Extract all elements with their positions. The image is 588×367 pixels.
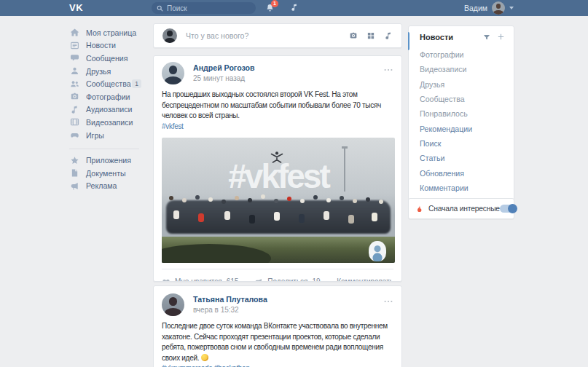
post-timestamp[interactable]: вчера в 15:32 (193, 306, 267, 314)
post-hashtags[interactable]: #vkfest (162, 122, 393, 133)
user-avatar (492, 1, 505, 15)
post-options-icon[interactable] (383, 293, 393, 307)
news-menu-item-photos[interactable]: Фотографии (409, 47, 514, 62)
news-menu-item-videos[interactable]: Видеозаписи (409, 62, 514, 76)
post-text: Последние двое суток команда ВКонтакте у… (162, 321, 393, 363)
news-filter-menu: Новости Фотографии Видеозаписи Друзья Со… (408, 25, 514, 200)
attach-photo-icon[interactable] (349, 31, 358, 40)
post-hashtags[interactable]: #vksummercode #hackathon (162, 363, 393, 367)
post-header: Татьяна Плуталова вчера в 15:32 (162, 293, 393, 316)
sidebar-item-photos[interactable]: Фотографии (69, 90, 141, 103)
feed-post-1: Андрей Рогозов 25 минут назад На прошедш… (153, 55, 402, 282)
sidebar-item-ads[interactable]: Реклама (69, 180, 141, 193)
post-author-avatar[interactable] (162, 293, 184, 316)
composer-input[interactable]: Что у вас нового? (186, 31, 349, 40)
gamepad-icon (69, 130, 79, 140)
share-count: 19 (313, 277, 321, 282)
share-icon (254, 277, 263, 283)
communities-count-badge: 1 (132, 79, 141, 88)
heart-icon (162, 277, 170, 283)
post-actions: Мне нравится 615 Поделиться 19 Комментир… (162, 269, 393, 282)
vk-app: VK 1 Вадим Моя стра (0, 0, 588, 367)
like-count: 615 (227, 277, 239, 282)
sidebar-item-audio[interactable]: Аудиозаписи (69, 103, 141, 117)
attach-video-icon[interactable] (366, 31, 375, 40)
news-icon (69, 41, 79, 50)
smart-feed-toggle[interactable] (500, 205, 517, 213)
search-box[interactable] (152, 2, 256, 14)
news-menu-item-search[interactable]: Поиск (409, 136, 514, 151)
photo-crowd-shirts (173, 210, 179, 219)
post-author-avatar[interactable] (162, 62, 184, 84)
news-menu-item-articles[interactable]: Статьи (409, 151, 514, 165)
sidebar-item-documents[interactable]: Документы (69, 167, 141, 180)
news-menu-item-communities[interactable]: Сообщества (409, 92, 514, 106)
megaphone-icon (69, 181, 79, 191)
home-icon (69, 28, 79, 37)
fire-icon (415, 205, 423, 213)
video-icon (69, 117, 79, 127)
post-timestamp[interactable]: 25 минут назад (193, 74, 254, 82)
comment-button[interactable]: Комментировать (337, 277, 393, 282)
document-icon (69, 168, 79, 178)
post-text: На прошедших выходных состоялся второй V… (162, 90, 393, 122)
chevron-down-icon (509, 7, 514, 9)
messages-icon (69, 53, 79, 63)
active-item-accent (408, 32, 409, 50)
news-menu-item-liked[interactable]: Понравилось (409, 106, 514, 121)
music-icon[interactable] (290, 3, 299, 12)
feed-post-2: Татьяна Плуталова вчера в 15:32 Последни… (153, 285, 402, 367)
notifications-count-badge[interactable]: 1 (271, 0, 278, 7)
smart-feed-label: Сначала интересные (428, 205, 500, 213)
photo-crowd-heads (169, 196, 173, 200)
like-button[interactable]: Мне нравится 615 (162, 277, 238, 283)
sidebar-item-communities[interactable]: Сообщества 1 (69, 77, 141, 90)
post-photo[interactable]: #vkfest (162, 138, 395, 263)
photo-jumping-person (270, 151, 284, 166)
post-author-link[interactable]: Татьяна Плуталова (193, 295, 267, 304)
vk-logo[interactable]: VK (69, 2, 83, 13)
sidebar-divider (69, 149, 139, 149)
news-menu-header: Новости (409, 26, 514, 47)
composer-avatar[interactable] (162, 28, 177, 43)
post-meta: Андрей Рогозов 25 минут назад (193, 62, 254, 82)
post-header: Андрей Рогозов 25 минут назад (162, 62, 393, 84)
user-name: Вадим (464, 4, 487, 12)
photo-crowd (166, 200, 391, 234)
photo-mascot (369, 241, 386, 261)
sidebar-item-apps[interactable]: Приложения (69, 154, 141, 167)
filter-icon[interactable] (483, 33, 490, 41)
search-icon (157, 5, 163, 12)
sidebar-item-news[interactable]: Новости (69, 39, 141, 52)
star-icon (69, 156, 79, 165)
add-list-icon[interactable] (497, 33, 505, 41)
photo-grass (162, 237, 395, 263)
post-options-icon[interactable] (383, 62, 393, 75)
sidebar-item-video[interactable]: Видеозаписи (69, 116, 141, 129)
sidebar-item-messages[interactable]: Сообщения (69, 52, 141, 65)
news-menu-item-friends[interactable]: Друзья (409, 77, 514, 92)
smart-feed-card: Сначала интересные (408, 198, 514, 219)
sidebar-item-friends[interactable]: Друзья (69, 65, 141, 78)
news-menu-item-recommendations[interactable]: Рекомендации (409, 121, 514, 135)
camera-icon (69, 92, 79, 101)
news-menu-title[interactable]: Новости (420, 33, 453, 42)
news-menu-item-comments[interactable]: Комментарии (409, 181, 514, 195)
communities-icon (69, 79, 79, 89)
news-menu-item-updates[interactable]: Обновления (409, 165, 514, 180)
left-sidebar: Моя страница Новости Сообщения Друзья Со… (69, 26, 141, 192)
smile-emoji (201, 354, 208, 361)
share-button[interactable]: Поделиться 19 (254, 277, 320, 283)
search-input[interactable] (167, 4, 251, 12)
post-author-link[interactable]: Андрей Рогозов (193, 63, 254, 72)
attach-audio-icon[interactable] (384, 31, 393, 40)
top-bar: VK 1 Вадим (0, 0, 588, 16)
user-menu[interactable]: Вадим (464, 0, 514, 16)
composer-attachments (349, 31, 393, 40)
photo-flagpole (344, 146, 345, 192)
post-meta: Татьяна Плуталова вчера в 15:32 (193, 293, 267, 314)
sidebar-item-my-page[interactable]: Моя страница (69, 26, 141, 39)
music-note-icon (69, 105, 79, 114)
sidebar-item-games[interactable]: Игры (69, 129, 141, 142)
friend-icon (69, 66, 79, 76)
